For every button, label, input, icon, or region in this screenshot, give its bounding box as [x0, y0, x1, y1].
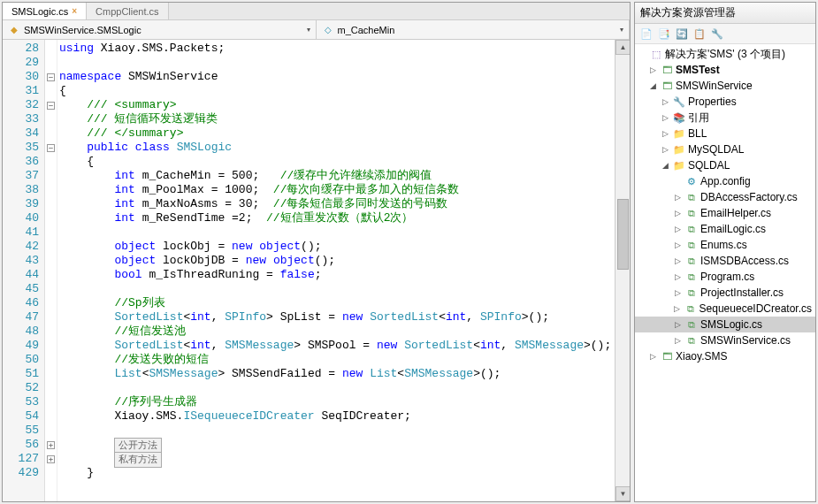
code-line[interactable]: SortedList<int, SMSMessage> SMSPool = ne…	[59, 339, 615, 353]
tree-item[interactable]: ▷📁MySQLDAL	[635, 141, 815, 157]
line-number: 45	[3, 282, 39, 296]
expand-icon[interactable]: ▷	[660, 129, 670, 138]
tree-item[interactable]: ▷⧉SMSWinService.cs	[635, 332, 815, 348]
fold-toggle[interactable]: −	[45, 98, 57, 112]
code-line[interactable]: SortedList<int, SPInfo> SpList = new Sor…	[59, 310, 615, 325]
expand-icon[interactable]: ▷	[660, 97, 670, 106]
code-line[interactable]: //Sp列表	[59, 296, 615, 310]
expand-icon[interactable]: ▷	[672, 304, 682, 313]
code-line[interactable]: int m_CacheMin = 500; //缓存中允许继续添加的阀值	[59, 169, 615, 183]
tree-item[interactable]: ▷⧉DBAccessFactory.cs	[635, 189, 815, 205]
code-line[interactable]	[59, 56, 615, 70]
code-line[interactable]: //发送失败的短信	[59, 353, 615, 367]
tree-item[interactable]: ▷⧉Enums.cs	[635, 237, 815, 253]
code-line[interactable]: 公开方法	[59, 438, 615, 452]
tree-item[interactable]: ▷⧉EmailLogic.cs	[635, 221, 815, 237]
tree-item[interactable]: ▷⧉Program.cs	[635, 269, 815, 285]
tree-item[interactable]: ▷⧉ISMSDBAccess.cs	[635, 253, 815, 269]
code-line[interactable]: bool m_IsThreadRuning = false;	[59, 268, 615, 282]
expand-icon[interactable]: ▷	[672, 256, 683, 265]
tree-item[interactable]: ⚙App.config	[635, 173, 815, 189]
csfile-icon: ⧉	[684, 286, 699, 299]
view-designer-button[interactable]: 🔧	[709, 26, 725, 42]
code-line[interactable]: using Xiaoy.SMS.Packets;	[59, 42, 615, 56]
fold-toggle[interactable]: +	[45, 438, 57, 452]
tree-item[interactable]: ◢📁SQLDAL	[635, 157, 815, 173]
member-dropdown[interactable]: ◇ m_CacheMin ▾	[317, 20, 631, 39]
code-line[interactable]: 私有方法	[59, 452, 615, 466]
refresh-button[interactable]: 🔄	[674, 26, 690, 42]
scroll-down-button[interactable]: ▼	[615, 486, 630, 501]
tree-item[interactable]: ▷🗔SMSTest	[635, 62, 815, 78]
show-all-button[interactable]: 📑	[656, 26, 672, 42]
tab-cmppclient[interactable]: CmppClient.cs	[87, 3, 169, 19]
code-line[interactable]: {	[59, 84, 615, 98]
code-line[interactable]: public class SMSLogic	[59, 141, 615, 155]
expand-icon[interactable]: ▷	[672, 320, 683, 329]
tab-label: CmppClient.cs	[96, 6, 159, 17]
properties-button[interactable]: 📄	[638, 26, 654, 42]
fold-toggle[interactable]: −	[45, 141, 57, 155]
code-line[interactable]	[59, 424, 615, 438]
code-line[interactable]: List<SMSMessage> SMSSendFailed = new Lis…	[59, 367, 615, 381]
expand-icon[interactable]: ▷	[672, 209, 683, 218]
code-line[interactable]: {	[59, 155, 615, 169]
expand-icon[interactable]: ◢	[647, 81, 658, 90]
expand-icon[interactable]: ▷	[672, 193, 683, 202]
tree-item-label: Properties	[688, 95, 737, 108]
line-number: 30	[3, 70, 39, 84]
expand-icon[interactable]: ▷	[647, 352, 658, 361]
line-number: 429	[3, 466, 39, 480]
tree-item[interactable]: ▷📁BLL	[635, 126, 815, 141]
csproj-icon: 🗔	[660, 350, 674, 363]
line-number: 127	[3, 452, 39, 466]
expand-icon[interactable]: ◢	[660, 161, 670, 170]
tree-item[interactable]: ▷📚引用	[635, 110, 815, 126]
code-line[interactable]: object lockObj = new object();	[59, 240, 615, 254]
code-line[interactable]: }	[59, 466, 615, 480]
code-line[interactable]: Xiaoy.SMS.ISequeueceIDCreater SeqIDCreat…	[59, 409, 615, 424]
fold-toggle[interactable]: −	[45, 70, 57, 84]
scroll-thumb[interactable]	[617, 199, 629, 270]
view-code-button[interactable]: 📋	[692, 26, 707, 42]
code-line[interactable]: /// 短信循环发送逻辑类	[59, 112, 615, 126]
expand-icon[interactable]: ▷	[672, 288, 683, 297]
code-line[interactable]: //序列号生成器	[59, 395, 615, 409]
vertical-scrollbar[interactable]: ▲ ▼	[615, 40, 630, 501]
code-line[interactable]: //短信发送池	[59, 325, 615, 339]
code-line[interactable]: namespace SMSWinService	[59, 70, 615, 84]
code-line[interactable]: object lockObjDB = new object();	[59, 254, 615, 268]
tree-item[interactable]: ▷⧉SMSLogic.cs	[635, 317, 815, 332]
code-line[interactable]	[59, 282, 615, 296]
close-icon[interactable]: ×	[72, 6, 77, 16]
code-line[interactable]: int m_ReSendTime =2; //短信重发次数（默认2次）	[59, 211, 615, 225]
code-line[interactable]	[59, 381, 615, 395]
tab-smslogic[interactable]: SMSLogic.cs ×	[3, 3, 87, 19]
expand-icon[interactable]: ▷	[672, 225, 683, 233]
code-line[interactable]: int m_PoolMax = 1000; //每次向缓存中最多加入的短信条数	[59, 183, 615, 197]
code-line[interactable]	[59, 225, 615, 240]
scroll-up-button[interactable]: ▲	[615, 40, 630, 55]
tree-item[interactable]: ◢🗔SMSWinService	[635, 78, 815, 94]
class-dropdown[interactable]: ◆ SMSWinService.SMSLogic ▾	[3, 20, 317, 39]
tree-item[interactable]: ▷🔧Properties	[635, 94, 815, 110]
fold-toggle	[45, 268, 57, 282]
solution-root[interactable]: ⬚ 解决方案'SMS' (3 个项目)	[635, 46, 815, 62]
code-editor[interactable]: using Xiaoy.SMS.Packets; namespace SMSWi…	[57, 40, 615, 501]
code-line[interactable]: int m_MaxNoAsms = 30; //每条短信最多同时发送的号码数	[59, 197, 615, 211]
tree-item[interactable]: ▷⧉SequeueceIDCreator.cs	[635, 301, 815, 317]
line-number: 37	[3, 169, 39, 183]
fold-toggle[interactable]: +	[45, 452, 57, 466]
tree-item[interactable]: ▷🗔Xiaoy.SMS	[635, 348, 815, 364]
expand-icon[interactable]: ▷	[672, 336, 683, 345]
fold-toggle	[45, 325, 57, 339]
expand-icon[interactable]: ▷	[660, 145, 670, 154]
code-line[interactable]: /// <summary>	[59, 98, 615, 112]
expand-icon[interactable]: ▷	[672, 272, 683, 281]
expand-icon[interactable]: ▷	[660, 113, 670, 122]
expand-icon[interactable]: ▷	[647, 65, 658, 74]
tree-item[interactable]: ▷⧉EmailHelper.cs	[635, 205, 815, 221]
expand-icon[interactable]: ▷	[672, 241, 683, 249]
tree-item[interactable]: ▷⧉ProjectInstaller.cs	[635, 285, 815, 301]
code-line[interactable]: /// </summary>	[59, 126, 615, 141]
